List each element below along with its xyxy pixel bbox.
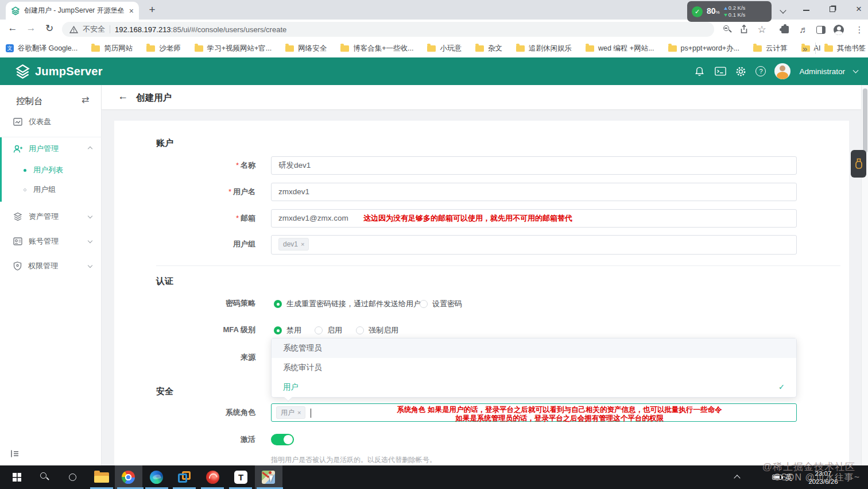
extensions-icon[interactable]: [779, 24, 790, 36]
forward-icon[interactable]: →: [24, 22, 38, 34]
radio-mfa-enable[interactable]: 启用: [315, 325, 342, 336]
vmware-icon[interactable]: [178, 471, 191, 484]
notification-bell-icon[interactable]: [693, 66, 706, 78]
sidebar-item-user-list[interactable]: 用户列表: [0, 160, 102, 180]
sidebar-item-asset-management[interactable]: 资产管理: [0, 204, 102, 229]
dropdown-option-user[interactable]: 用户✓: [272, 378, 796, 397]
chrome-icon[interactable]: [122, 471, 135, 484]
profile-icon[interactable]: [833, 24, 844, 36]
sidebar-item-dashboard[interactable]: 仪表盘: [0, 109, 102, 134]
system-roles-label: 系统角色: [114, 403, 255, 422]
bookmark-item[interactable]: 文谷歌翻译 Google...: [6, 44, 78, 53]
file-explorer-icon[interactable]: [94, 471, 109, 483]
edge-icon[interactable]: [150, 471, 163, 484]
start-button[interactable]: [13, 473, 21, 482]
tab-close-icon[interactable]: ×: [129, 7, 134, 15]
cortana-icon[interactable]: [69, 473, 76, 481]
other-bookmarks[interactable]: 其他书签: [824, 44, 866, 53]
username[interactable]: Administrator: [799, 67, 845, 76]
tray-expand-icon[interactable]: [734, 475, 740, 481]
name-input[interactable]: 研发dev1: [271, 156, 797, 175]
page-scrollbar[interactable]: [861, 85, 868, 465]
usb-device-widget[interactable]: [851, 150, 866, 178]
bookmark-item[interactable]: 追剧休闲娱乐: [516, 44, 572, 53]
group-tag[interactable]: dev1×: [278, 238, 309, 251]
settings-gear-icon[interactable]: [735, 66, 747, 78]
system-roles-input[interactable]: 用户× 系统角色 如果是用户的话，登录平台之后就可以看到与自己相关的资产信息，也…: [271, 403, 797, 422]
section-title-auth: 认证: [156, 276, 173, 287]
dashboard-icon: [13, 118, 22, 126]
minimize-button[interactable]: [795, 0, 817, 20]
bookmarks-bar: 文谷歌翻译 Google... 简历网站 沙老师 学习+视频网站+官... 网络…: [0, 39, 868, 57]
sidebar-item-user-management[interactable]: 用户管理: [0, 137, 102, 160]
folder-icon: [146, 45, 155, 52]
role-tag[interactable]: 用户×: [276, 406, 305, 419]
back-icon[interactable]: ←: [6, 22, 20, 34]
refresh-icon[interactable]: ↻: [42, 22, 56, 34]
bookmark-item[interactable]: 博客合集+一些收...: [340, 44, 413, 53]
bookmark-item[interactable]: 简历网站: [91, 44, 133, 53]
active-toggle[interactable]: [271, 434, 294, 445]
taskbar-search-icon[interactable]: [40, 472, 49, 482]
sidebar-collapse-icon[interactable]: [10, 449, 20, 460]
bookmark-star-icon[interactable]: ☆: [756, 24, 768, 36]
shield-icon: [13, 261, 22, 271]
web-terminal-icon[interactable]: [714, 66, 726, 78]
page-back-icon[interactable]: ←: [118, 90, 128, 102]
net-speed-widget[interactable]: ✓ 80% 0.2 K/s 0.1 K/s: [687, 1, 772, 22]
dropdown-option-auditor[interactable]: 系统审计员: [272, 358, 796, 378]
sidebar-item-account-management[interactable]: 账号管理: [0, 229, 102, 254]
sidebar-item-user-group[interactable]: 用户组: [0, 180, 102, 199]
window-close-button[interactable]: ×: [847, 0, 868, 20]
sidebar-view-title[interactable]: 控制台: [16, 95, 43, 107]
folder-icon: [475, 45, 484, 52]
folder-icon: [340, 45, 349, 52]
tag-remove-icon[interactable]: ×: [297, 407, 301, 418]
view-switch-icon[interactable]: ⇄: [82, 94, 89, 105]
radio-mfa-force[interactable]: 强制启用: [356, 325, 398, 336]
share-icon[interactable]: [738, 24, 750, 36]
folder-icon: [824, 45, 833, 52]
user-menu-chevron-icon[interactable]: [853, 68, 859, 74]
groups-input[interactable]: dev1×: [271, 235, 797, 255]
tab-search-button[interactable]: [772, 0, 795, 20]
browser-tab[interactable]: 创建用户 - JumpServer 开源堡垒 ×: [6, 2, 139, 20]
new-tab-button[interactable]: +: [145, 3, 159, 17]
scrollbar-thumb[interactable]: [863, 88, 867, 153]
typora-icon[interactable]: T: [234, 471, 247, 484]
bookmark-item[interactable]: 学习+视频网站+官...: [195, 44, 272, 53]
help-icon[interactable]: ?: [755, 66, 766, 76]
bookmark-item[interactable]: 网络安全: [285, 44, 327, 53]
tag-remove-icon[interactable]: ×: [301, 238, 304, 250]
bookmark-item[interactable]: 小玩意: [427, 44, 462, 53]
bookmark-item[interactable]: ps+ppt+word+办...: [668, 44, 740, 53]
dropdown-option-admin[interactable]: 系统管理员: [272, 338, 796, 358]
radio-mfa-disable[interactable]: 禁用: [274, 325, 301, 336]
sidebar-item-permission-management[interactable]: 权限管理: [0, 253, 102, 279]
folder-icon: [91, 45, 100, 52]
avatar[interactable]: [774, 63, 790, 79]
radio-on-icon[interactable]: [274, 326, 282, 334]
radio-on-icon[interactable]: [274, 300, 282, 308]
email-input[interactable]: zmxdev1@zmx.com 这边因为没有足够多的邮箱可以使用，就先用不可用的…: [271, 209, 797, 228]
side-panel-icon[interactable]: [815, 24, 827, 36]
zoom-icon[interactable]: [720, 24, 732, 36]
bookmark-item[interactable]: 沙老师: [146, 44, 181, 53]
radio-set-password[interactable]: 设置密码: [420, 299, 462, 309]
username-input[interactable]: zmxdev1: [271, 183, 797, 201]
radio-off-icon[interactable]: [356, 326, 364, 334]
honeyview-icon[interactable]: [206, 471, 219, 484]
media-controls-icon[interactable]: ♬: [798, 24, 809, 36]
bookmarks-overflow-icon[interactable]: »: [803, 44, 807, 53]
net-speeds: 0.2 K/s 0.1 K/s: [724, 5, 746, 18]
address-bar[interactable]: 不安全 192.168.197.213:85/ui/#/console/user…: [62, 22, 714, 37]
bookmark-item[interactable]: wed 编程 +网站...: [586, 44, 654, 53]
radio-off-icon[interactable]: [315, 326, 323, 334]
bookmark-item[interactable]: 杂文: [475, 44, 502, 53]
radio-off-icon[interactable]: [420, 300, 428, 308]
restore-button[interactable]: [821, 0, 844, 20]
bookmark-item[interactable]: 云计算: [753, 44, 788, 53]
menu-kebab-icon[interactable]: ⋮: [854, 24, 865, 36]
radio-reset-link[interactable]: 生成重置密码链接，通过邮件发送给用户: [274, 299, 421, 309]
section-title-account: 账户: [156, 138, 173, 149]
